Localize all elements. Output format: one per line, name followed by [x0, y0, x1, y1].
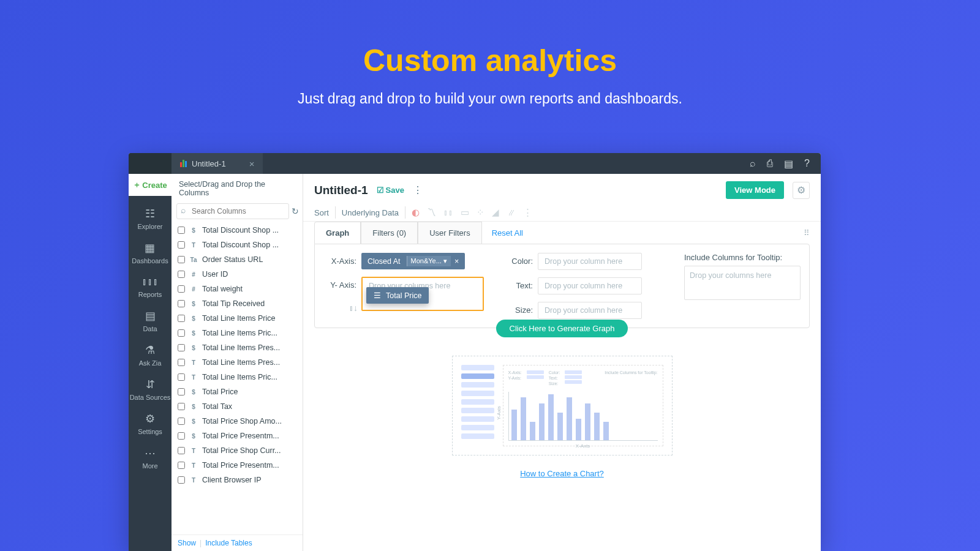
line-chart-icon[interactable]: 〽 — [427, 207, 436, 218]
column-name: Total Line Items Pric... — [202, 329, 277, 337]
size-dropzone[interactable]: Drop your column here — [538, 302, 642, 319]
nav-more[interactable]: ⋯More — [142, 446, 157, 470]
dragging-chip[interactable]: ☰ Total Price — [366, 287, 429, 304]
column-item[interactable]: $Total Tax — [172, 399, 303, 414]
column-item[interactable]: $Total Price Shop Amo... — [172, 414, 303, 429]
column-checkbox[interactable] — [178, 418, 185, 425]
stacked-bar-icon[interactable]: ▭ — [461, 207, 469, 218]
color-dropzone[interactable]: Drop your column here — [538, 253, 642, 270]
view-mode-button[interactable]: View Mode — [726, 181, 784, 199]
search-columns-input[interactable] — [176, 203, 289, 219]
dashboards-icon: ▦ — [132, 241, 168, 255]
column-checkbox[interactable] — [178, 388, 185, 395]
reset-all-link[interactable]: Reset All — [492, 228, 523, 238]
remove-chip-icon[interactable]: × — [454, 257, 459, 266]
clipboard-icon[interactable]: ⎙ — [767, 158, 773, 170]
column-checkbox[interactable] — [178, 227, 185, 234]
columns-panel: Select/Drag and Drop the Columns ↻ ⋮ $To… — [172, 174, 303, 551]
column-checkbox[interactable] — [178, 447, 185, 454]
generate-graph-button[interactable]: Click Here to Generate Graph — [496, 320, 628, 337]
sources-icon: ⇵ — [130, 378, 171, 391]
layout-icon[interactable]: ⠿ — [804, 228, 810, 238]
nav-reports[interactable]: ⫾⫾⫾Reports — [138, 276, 162, 298]
column-item[interactable]: $Total Line Items Pric... — [172, 326, 303, 340]
column-checkbox[interactable] — [178, 344, 185, 351]
more-icon: ⋯ — [142, 446, 157, 460]
column-checkbox[interactable] — [178, 315, 185, 322]
column-item[interactable]: $Total Line Items Price — [172, 311, 303, 326]
column-name: Total Tip Received — [202, 299, 265, 308]
column-item[interactable]: TClient Browser IP — [172, 473, 303, 487]
text-dropzone[interactable]: Drop your column here — [538, 277, 642, 294]
x-axis-chip[interactable]: Closed At Mon&Ye... ▾ × — [361, 253, 465, 269]
column-checkbox[interactable] — [178, 241, 185, 249]
search-icon[interactable]: ⌕ — [750, 158, 756, 170]
close-icon[interactable]: × — [249, 159, 255, 169]
save-button[interactable]: ☑ Save — [377, 186, 404, 195]
preview-bar — [576, 419, 581, 440]
column-checkbox[interactable] — [178, 373, 185, 381]
column-item[interactable]: TTotal Price Shop Curr... — [172, 443, 303, 458]
create-button[interactable]: ＋ Create — [129, 174, 172, 196]
column-checkbox[interactable] — [178, 300, 185, 307]
preview-bar — [603, 422, 609, 440]
column-item[interactable]: #User ID — [172, 267, 303, 282]
column-name: Total Line Items Pres... — [202, 358, 280, 367]
help-icon[interactable]: ? — [804, 158, 810, 170]
preview-bar — [548, 394, 554, 440]
area-icon[interactable]: ◢ — [492, 207, 499, 218]
column-item[interactable]: $Total Price Presentm... — [172, 429, 303, 443]
column-item[interactable]: TTotal Line Items Pric... — [172, 370, 303, 384]
nav-dashboards[interactable]: ▦Dashboards — [132, 241, 168, 264]
combo-icon[interactable]: ⫽ — [507, 207, 516, 218]
nav-askzia[interactable]: ⚗Ask Zia — [139, 343, 162, 367]
column-item[interactable]: TTotal Price Presentm... — [172, 458, 303, 473]
settings-icon[interactable]: ⚙ — [793, 182, 810, 199]
column-item[interactable]: #Total weight — [172, 282, 303, 296]
column-checkbox[interactable] — [178, 256, 185, 263]
scatter-icon[interactable]: ⁘ — [477, 207, 484, 218]
how-to-link[interactable]: How to Create a Chart? — [520, 469, 604, 478]
column-checkbox[interactable] — [178, 285, 185, 293]
column-item[interactable]: $Total Line Items Pres... — [172, 340, 303, 355]
column-item[interactable]: $Total Discount Shop ... — [172, 223, 303, 238]
x-axis-agg[interactable]: Mon&Ye... ▾ — [407, 256, 451, 266]
column-item[interactable]: TTotal Line Items Pres... — [172, 355, 303, 370]
show-link[interactable]: Show — [178, 539, 196, 547]
nav-explorer[interactable]: ☷Explorer — [138, 207, 163, 230]
column-item[interactable]: $Total Tip Received — [172, 296, 303, 311]
column-checkbox[interactable] — [178, 432, 185, 440]
preview-illustration: X-Axis:Y-Axis: Color:Text:Size: Include … — [452, 356, 673, 455]
column-checkbox[interactable] — [178, 462, 185, 469]
tab-graph[interactable]: Graph — [314, 222, 361, 244]
pie-chart-icon[interactable]: ◐ — [412, 207, 420, 218]
nav-datasources[interactable]: ⇵Data Sources — [130, 378, 171, 401]
column-checkbox[interactable] — [178, 476, 185, 484]
tooltip-dropzone[interactable]: Drop your columns here — [684, 266, 801, 300]
tab-userfilters[interactable]: User Filters — [418, 222, 481, 244]
column-item[interactable]: TaOrder Status URL — [172, 252, 303, 267]
column-checkbox[interactable] — [178, 403, 185, 410]
column-item[interactable]: TTotal Discount Shop ... — [172, 238, 303, 252]
color-label: Color: — [500, 253, 533, 266]
sort-button[interactable]: Sort — [314, 208, 329, 217]
nav-data[interactable]: ▤Data — [143, 309, 157, 332]
hero: Custom analytics Just drag and drop to b… — [0, 0, 980, 107]
column-item[interactable]: $Total Price — [172, 384, 303, 399]
column-checkbox[interactable] — [178, 329, 185, 337]
nav-settings[interactable]: ⚙Settings — [138, 412, 162, 435]
chart-more-icon[interactable]: ⋮ — [523, 207, 532, 218]
hero-subtitle: Just drag and drop to build your own rep… — [0, 91, 980, 107]
tab-filters[interactable]: Filters (0) — [361, 222, 418, 244]
refresh-icon[interactable]: ↻ — [292, 206, 299, 216]
column-checkbox[interactable] — [178, 271, 185, 278]
report-options-icon[interactable]: ⋮ — [413, 184, 423, 196]
column-checkbox[interactable] — [178, 359, 185, 366]
comment-icon[interactable]: ▤ — [784, 158, 793, 170]
underlying-data-button[interactable]: Underlying Data — [342, 208, 399, 217]
document-tab[interactable]: Untitled-1 × — [172, 153, 263, 174]
sort-axis-icon[interactable]: ⫾↓ — [349, 303, 358, 313]
bar-chart-icon[interactable]: ⫾⫾ — [443, 207, 453, 218]
include-tables-link[interactable]: Include Tables — [205, 539, 252, 547]
type-icon: $ — [189, 433, 198, 440]
